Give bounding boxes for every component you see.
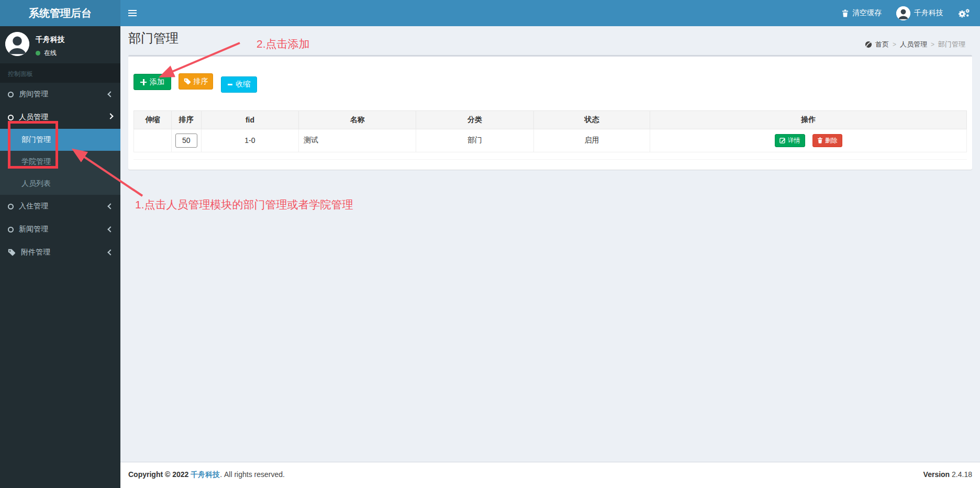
sidebar-item-label: 入住管理 (19, 202, 48, 211)
table-row: 1-0 测试 部门 启用 详情 (134, 129, 967, 152)
navbar-user-menu[interactable]: 千舟科技 (889, 0, 951, 26)
sort-button-label: 排序 (193, 77, 208, 86)
circle-o-icon (8, 115, 14, 120)
breadcrumb-personnel[interactable]: 人员管理 (900, 40, 927, 49)
sidebar: 千舟科技 在线 控制面板 房间管理 人员管理 部门管理 学院管理 (0, 26, 120, 488)
department-panel: 添加 排序 收缩 (128, 55, 972, 170)
cogs-icon (958, 8, 971, 18)
clear-cache-label: 清空缓存 (852, 8, 882, 18)
table-header-row: 伸缩 排序 fid 名称 分类 状态 操作 (134, 110, 967, 129)
cell-fid: 1-0 (201, 129, 298, 152)
sidebar-item-attachment-mgmt[interactable]: 附件管理 (0, 241, 120, 264)
hamburger-icon (128, 8, 137, 18)
sidebar-item-label: 新闻管理 (19, 225, 48, 234)
sidebar-user-panel: 千舟科技 在线 (0, 26, 120, 63)
cell-actions: 详情 删除 (650, 129, 967, 152)
sidebar-toggle-button[interactable] (120, 0, 144, 26)
sort-value-input[interactable] (175, 134, 197, 148)
circle-o-icon (8, 227, 14, 232)
department-table: 伸缩 排序 fid 名称 分类 状态 操作 (133, 110, 967, 152)
company-link[interactable]: 千舟科技 (191, 470, 220, 479)
plus-icon (140, 79, 147, 85)
panel-footer-divider (133, 159, 967, 164)
sidebar-section-label: 控制面板 (0, 63, 120, 83)
content-area: 部门管理 首页 > 人员管理 > 部门管理 添加 (120, 26, 980, 462)
sidebar-subitem-college-mgmt[interactable]: 学院管理 (0, 151, 120, 173)
version-label: Version (923, 470, 950, 479)
sidebar-item-checkin-mgmt[interactable]: 入住管理 (0, 195, 120, 218)
chevron-left-icon (107, 91, 113, 97)
edit-icon (779, 137, 786, 143)
cell-category: 部门 (416, 129, 533, 152)
detail-button-label: 详情 (788, 136, 800, 145)
delete-button[interactable]: 删除 (812, 134, 842, 147)
toolbar: 添加 排序 收缩 (133, 73, 967, 93)
sidebar-subitem-label: 学院管理 (21, 157, 51, 167)
sidebar-item-label: 附件管理 (21, 248, 50, 257)
add-button-label: 添加 (150, 77, 164, 87)
sidebar-subitem-label: 部门管理 (21, 135, 51, 145)
minus-icon (228, 84, 232, 85)
sidebar-item-personnel-mgmt[interactable]: 人员管理 (0, 106, 120, 129)
detail-button[interactable]: 详情 (775, 134, 805, 147)
copyright-text: Copyright © 2022 (128, 470, 188, 479)
sidebar-menu: 房间管理 人员管理 部门管理 学院管理 人员列表 入住管理 新闻管理 (0, 83, 120, 264)
sidebar-subitem-label: 人员列表 (21, 179, 51, 188)
online-status-icon (36, 51, 40, 56)
breadcrumb-separator: > (931, 41, 934, 48)
col-sort: 排序 (171, 110, 201, 129)
sidebar-item-room-mgmt[interactable]: 房间管理 (0, 83, 120, 106)
online-status-label: 在线 (44, 49, 57, 58)
breadcrumb-current: 部门管理 (938, 40, 965, 49)
sidebar-item-label: 房间管理 (19, 90, 48, 99)
cell-status: 启用 (533, 129, 650, 152)
collapse-button-label: 收缩 (236, 80, 250, 89)
dashboard-icon (865, 41, 872, 48)
delete-button-label: 删除 (825, 136, 838, 145)
col-status: 状态 (533, 110, 650, 129)
circle-o-icon (8, 204, 14, 209)
cell-sort (171, 129, 201, 152)
chevron-down-icon (107, 113, 113, 119)
add-button[interactable]: 添加 (133, 74, 171, 90)
user-avatar-icon (896, 6, 910, 20)
top-navbar: 系统管理后台 清空缓存 千舟科技 (0, 0, 980, 26)
breadcrumb-home[interactable]: 首页 (875, 40, 889, 49)
cell-name: 测试 (299, 129, 416, 152)
sidebar-item-label: 人员管理 (19, 113, 48, 122)
col-expand: 伸缩 (134, 110, 172, 129)
settings-button[interactable] (951, 0, 980, 26)
rights-text: . All rights reserved. (220, 470, 285, 479)
personnel-submenu: 部门管理 学院管理 人员列表 (0, 129, 120, 195)
trash-icon (842, 9, 849, 17)
sidebar-item-news-mgmt[interactable]: 新闻管理 (0, 218, 120, 241)
sidebar-avatar-icon (5, 32, 29, 56)
trash-icon (817, 137, 823, 143)
page-footer: Version 2.4.18 Copyright © 2022 千舟科技. Al… (120, 462, 980, 488)
navbar-user-name: 千舟科技 (914, 8, 943, 18)
page-title: 部门管理 (128, 30, 972, 46)
breadcrumb-separator: > (893, 41, 896, 48)
tag-icon (184, 78, 191, 85)
app-logo[interactable]: 系统管理后台 (0, 0, 120, 26)
col-name: 名称 (299, 110, 416, 129)
col-fid: fid (201, 110, 298, 129)
chevron-left-icon (107, 203, 113, 209)
chevron-left-icon (107, 226, 113, 232)
col-category: 分类 (416, 110, 533, 129)
tags-icon (8, 249, 16, 257)
sort-button[interactable]: 排序 (179, 73, 213, 90)
cell-expand (134, 129, 172, 152)
sidebar-subitem-department-mgmt[interactable]: 部门管理 (0, 129, 120, 151)
breadcrumb: 首页 > 人员管理 > 部门管理 (865, 40, 965, 49)
sidebar-subitem-personnel-list[interactable]: 人员列表 (0, 173, 120, 195)
chevron-left-icon (107, 249, 113, 255)
collapse-button[interactable]: 收缩 (221, 76, 257, 93)
clear-cache-button[interactable]: 清空缓存 (834, 0, 889, 26)
sidebar-user-name: 千舟科技 (36, 35, 65, 45)
circle-o-icon (8, 92, 14, 97)
col-actions: 操作 (650, 110, 967, 129)
version-value: 2.4.18 (952, 470, 972, 479)
